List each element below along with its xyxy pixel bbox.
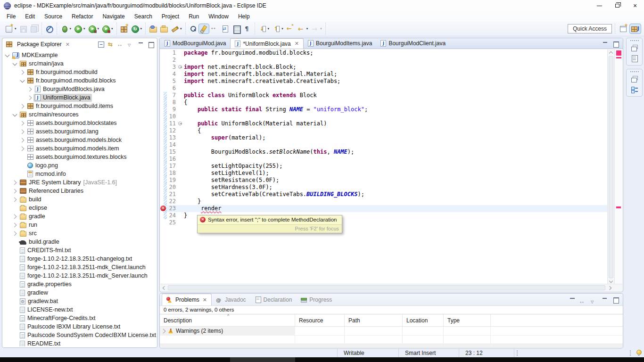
vertical-scrollbar[interactable] — [607, 49, 614, 285]
overview-error-mark-line23[interactable] — [616, 206, 621, 208]
highlighter-button[interactable] — [199, 24, 209, 33]
new-java-project-button[interactable] — [119, 24, 129, 33]
vertical-scrollbar-thumb[interactable] — [609, 56, 613, 278]
twistie-icon[interactable] — [12, 213, 18, 220]
view-tab-declaration[interactable]: Declaration — [250, 294, 297, 305]
twistie-icon[interactable] — [19, 77, 26, 84]
twistie-icon[interactable] — [12, 111, 18, 118]
tree-item-assets-bourguimod-models-block[interactable]: assets.bourguimod.models.block — [3, 136, 156, 144]
drag-handle[interactable] — [630, 71, 639, 72]
twistie-icon[interactable] — [27, 86, 33, 92]
save-button[interactable] — [18, 24, 28, 33]
tree-item-build[interactable]: build — [3, 195, 156, 204]
dropdown-arrow-icon[interactable]: ▾ — [15, 27, 17, 31]
gradle-refresh-button[interactable]: ▾ — [130, 24, 143, 33]
view-tab-problems[interactable]: Problems✕ — [162, 294, 212, 305]
import-folder-button[interactable] — [148, 24, 158, 33]
tree-item-fr-bourguimod-modbuild-blocks[interactable]: fr.bourguimod.modbuild.blocks — [3, 76, 156, 85]
package-explorer-tab[interactable]: Package Explorer ✕ — [5, 41, 70, 48]
new-wizard-button[interactable]: ▾ — [4, 24, 17, 33]
twistie-icon[interactable] — [12, 230, 18, 237]
tree-item-eclipse[interactable]: eclipse — [3, 204, 156, 212]
debug-button[interactable]: ▾ — [59, 24, 73, 33]
next-annotation-button[interactable]: ▾ — [257, 24, 271, 33]
dropdown-arrow-icon[interactable]: ▾ — [70, 27, 72, 31]
skip-breakpoints-button[interactable] — [44, 24, 54, 33]
twistie-icon[interactable] — [19, 128, 26, 135]
tree-item-forge-1-10-2-12-18-3-2511-mdk-server-launch[interactable]: forge-1.10.2-12.18.3.2511-mdk_Server.lau… — [3, 272, 156, 280]
annotate-button[interactable]: ▾ — [170, 24, 183, 33]
close-button[interactable]: × — [626, 0, 644, 11]
tree-item-fr-bourguimod-modbuild-items[interactable]: fr.bourguimod.modbuild.items — [3, 102, 156, 110]
console-view-icon[interactable] — [631, 55, 638, 62]
editor-tab-uniformblock-java[interactable]: *UniformBlock.java✕ — [230, 38, 304, 49]
twistie-icon[interactable] — [161, 328, 167, 334]
tree-item-src-main-resources[interactable]: src/main/resources — [3, 110, 156, 119]
dropdown-arrow-icon[interactable]: ▾ — [306, 27, 308, 31]
heap-lightbulb-icon[interactable] — [636, 350, 641, 356]
maximize-editor-icon[interactable] — [612, 41, 619, 47]
open-folder-button[interactable] — [159, 24, 169, 33]
tree-item-fr-bourguimod-modbuild[interactable]: fr.bourguimod.modbuild — [3, 68, 156, 76]
collapse-fold-icon[interactable] — [178, 65, 182, 69]
forward-button[interactable]: ▾ — [310, 24, 323, 33]
filter-icon[interactable] — [569, 296, 576, 303]
dropdown-arrow-icon[interactable]: ▾ — [83, 27, 85, 31]
column-header-resource[interactable]: Resource — [295, 314, 345, 326]
view-tab-progress[interactable]: Progress — [296, 294, 336, 305]
coverage-button[interactable]: ▾ — [87, 24, 100, 33]
menu-edit[interactable]: Edit — [20, 12, 40, 21]
tree-item-assets-bourguimod-blockstates[interactable]: assets.bourguimod.blockstates — [3, 119, 156, 127]
tree-item-uniformblock-java[interactable]: UniformBlock.java — [3, 93, 156, 102]
restore-button[interactable] — [608, 0, 626, 11]
menu-file[interactable]: File — [2, 12, 20, 21]
profile-button[interactable]: ▾ — [101, 24, 114, 33]
view-pulldown-icon[interactable] — [128, 41, 134, 48]
tree-item-readme-txt[interactable]: README.txt — [3, 339, 156, 346]
twistie-icon[interactable] — [4, 52, 11, 58]
twistie-icon[interactable] — [12, 179, 18, 186]
minimize-view-icon[interactable] — [602, 296, 608, 303]
tree-item-jre-system-library[interactable]: JRE System Library[JavaSE-1.6] — [3, 178, 156, 187]
tree-item-src[interactable]: src — [3, 229, 156, 238]
overview-error-indicator[interactable] — [616, 50, 621, 56]
column-header-location[interactable]: Location — [403, 314, 444, 326]
tree-item-gradlew[interactable]: gradlew — [3, 288, 156, 297]
tree-item-logo-png[interactable]: logo.png — [3, 161, 156, 170]
drag-handle[interactable] — [630, 40, 639, 41]
horizontal-scrollbar-thumb[interactable] — [168, 285, 605, 290]
twistie-icon[interactable] — [19, 69, 26, 75]
menu-search[interactable]: Search — [130, 12, 157, 21]
link-editor-button[interactable] — [221, 24, 231, 33]
close-view-icon[interactable]: ✕ — [66, 41, 70, 48]
twistie-icon[interactable] — [12, 188, 18, 194]
dropdown-arrow-icon[interactable]: ▾ — [140, 27, 142, 31]
twistie-icon[interactable] — [12, 222, 18, 228]
scroll-right-icon[interactable] — [608, 286, 611, 290]
editor-tab-bourguimodclient-java[interactable]: BourguiModClient.java — [376, 38, 450, 49]
view-menu-icon[interactable] — [580, 296, 586, 303]
back-button[interactable]: ▾ — [296, 24, 309, 33]
tree-item-license-new-txt[interactable]: LICENSE-new.txt — [3, 305, 156, 314]
tree-item-paulscode-ibxm-library-license-txt[interactable]: Paulscode IBXM Library License.txt — [3, 322, 156, 331]
column-header-path[interactable]: Path — [345, 314, 403, 326]
restore-view-icon[interactable] — [631, 76, 638, 82]
restore-view-icon[interactable] — [631, 45, 638, 51]
show-whitespace-button[interactable] — [242, 24, 252, 33]
menu-project[interactable]: Project — [157, 12, 184, 21]
dropdown-arrow-icon[interactable]: ▾ — [320, 27, 322, 31]
dropdown-arrow-icon[interactable]: ▾ — [180, 27, 182, 31]
dropdown-arrow-icon[interactable]: ▾ — [98, 27, 99, 31]
tree-item-gradlew-bat[interactable]: gradlew.bat — [3, 297, 156, 305]
tree-item-build-gradle[interactable]: build.gradle — [3, 238, 156, 246]
tree-item-gradle[interactable]: gradle — [3, 212, 156, 221]
tree-item-mdkexample[interactable]: MDKExample — [3, 51, 156, 59]
collapse-all-icon[interactable] — [98, 41, 105, 48]
tree-item-mcmod-info[interactable]: mcmod.info — [3, 170, 156, 178]
tree-item-src-main-java[interactable]: src/main/java — [3, 59, 156, 68]
previous-annotation-button[interactable]: ▾ — [271, 24, 284, 33]
editor-tab-modbourguimod-java[interactable]: ModBourguiMod.java — [160, 38, 230, 49]
menu-refactor[interactable]: Refactor — [67, 12, 98, 21]
tree-item-paulscode-soundsystem-codecibxm-license-txt[interactable]: Paulscode SoundSystem CodecIBXM License.… — [3, 331, 156, 339]
menu-run[interactable]: Run — [184, 12, 204, 21]
